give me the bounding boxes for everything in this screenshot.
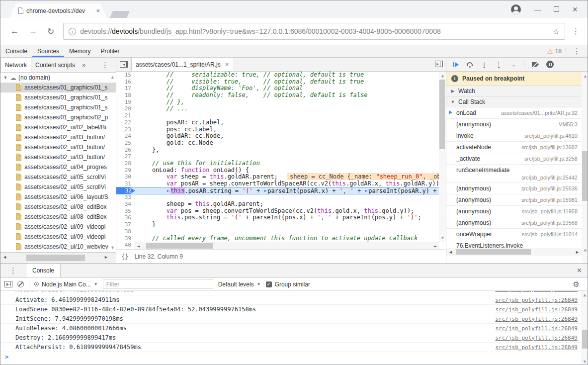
call-stack-frame[interactable]: activateNodesrc/jsb_polyfill.js:13682	[446, 142, 588, 153]
line-number[interactable]: 18	[116, 92, 135, 99]
frame-source-location[interactable]: src/jsb_polyfill.js:4610	[524, 133, 578, 139]
tree-expander-icon[interactable]: ▼	[3, 75, 8, 80]
line-number[interactable]: 31	[116, 181, 135, 187]
scroll-up-icon[interactable]: ▲	[440, 73, 445, 78]
tree-item-file[interactable]: assets/cases/02_ui/03_button/	[0, 152, 116, 162]
reload-icon[interactable]: ↻	[47, 26, 54, 37]
tab-content-scripts[interactable]: Content scripts	[31, 58, 79, 72]
call-stack-frame[interactable]: (anonymous)src/jsb_polyfill.js:11958	[446, 206, 588, 217]
line-number[interactable]: 23	[116, 126, 135, 133]
debugger-vertical-scrollbar[interactable]: ▲ ▼	[582, 72, 588, 263]
resume-button[interactable]	[453, 62, 459, 67]
browser-menu-icon[interactable]: ⋮	[572, 27, 580, 36]
console-source-link[interactable]: src/jsb_polyfill.js:26849	[495, 316, 578, 322]
console-source-link[interactable]: src/jsb_polyfill.js:26849	[495, 344, 578, 351]
tree-item-file[interactable]: assets/cases/01_graphics/01_s	[0, 92, 116, 102]
scroll-up-icon[interactable]: ▲	[583, 74, 588, 79]
console-source-link[interactable]: src/jsb_polyfill.js:26849	[495, 297, 578, 303]
scrollbar-thumb[interactable]	[26, 255, 85, 261]
editor-horizontal-scrollbar[interactable]: ◄ ►	[135, 242, 439, 249]
filter-input[interactable]	[103, 279, 213, 289]
line-number[interactable]: 21	[116, 112, 135, 119]
bookmark-star-icon[interactable]: ☆	[553, 27, 560, 36]
back-icon[interactable]: ←	[10, 26, 19, 36]
console-source-link[interactable]: src/jsb_polyfill.js:26849	[495, 291, 578, 292]
tree-vertical-scrollbar[interactable]: ▲ ▼	[109, 73, 116, 252]
line-number[interactable]: 27	[116, 153, 135, 160]
tab-memory[interactable]: Memory	[64, 45, 95, 57]
editor-tab-close-icon[interactable]: ×	[224, 60, 230, 69]
console-source-link[interactable]: src/jsb_polyfill.js:26849	[495, 335, 578, 341]
line-number[interactable]: 15	[116, 72, 135, 79]
call-stack-frame[interactable]: runSceneImmediatesrc/jsb_polyfill.js:254…	[446, 165, 588, 183]
line-number[interactable]: 28	[116, 160, 135, 167]
tree-item-file[interactable]: assets/cases/02_ui/04_progres	[0, 162, 116, 172]
call-stack-frame[interactable]: (anonymous)src/jsb_polyfill.js:19568	[446, 217, 588, 229]
group-similar-toggle[interactable]: ✓ Group similar	[266, 281, 310, 288]
tree-item-file[interactable]: assets/cases/02_ui/06_layout/S	[0, 192, 116, 202]
tree-item-file[interactable]: assets/cases/02_ui/08_editBox	[0, 212, 116, 222]
scrollbar-thumb[interactable]	[456, 249, 531, 255]
line-number[interactable]: 40	[116, 242, 135, 249]
frame-source-location[interactable]: src/jsb_polyfill.js:19568	[521, 220, 578, 226]
devtools-menu-icon[interactable]: ⋮	[573, 47, 581, 56]
frame-source-location[interactable]: src/jsb_polyfill.js:13682	[521, 144, 578, 150]
console-settings-gear-icon[interactable]: ⚙	[573, 280, 585, 289]
line-number[interactable]: 29	[116, 167, 135, 174]
checkbox-checked-icon[interactable]: ✓	[266, 281, 272, 287]
call-stack-frame[interactable]: (anonymous)src/jsb_polyfill.js:25536	[446, 183, 588, 194]
pretty-print-icon[interactable]: {}	[121, 253, 128, 260]
scrollbar-thumb[interactable]	[146, 243, 213, 249]
line-number[interactable]: 39	[116, 235, 135, 242]
call-stack-frame[interactable]: (anonymous)src/jsb_polyfill.js:15981	[446, 194, 588, 206]
scroll-up-icon[interactable]: ▲	[110, 75, 115, 80]
tab-console[interactable]: Console	[0, 45, 32, 57]
scroll-right-icon[interactable]: ►	[104, 255, 108, 260]
watch-section-header[interactable]: ▶ Watch	[446, 86, 588, 96]
console-source-link[interactable]: src/jsb_polyfill.js:26849	[495, 306, 578, 313]
tab-profiler[interactable]: Profiler	[95, 45, 124, 57]
scroll-down-icon[interactable]: ▼	[440, 235, 445, 240]
line-number[interactable]: 34	[116, 201, 135, 208]
line-number[interactable]: 16	[116, 79, 135, 86]
step-into-button[interactable]: ↓	[481, 61, 488, 68]
line-number[interactable]: 20	[116, 105, 135, 112]
line-number[interactable]: 32	[116, 187, 135, 194]
debugger-toggle-button[interactable]: ►	[435, 61, 443, 67]
editor-file-tab[interactable]: assets/cases/01...1_sprite/AR.js ×	[131, 58, 234, 71]
call-stack-frame[interactable]: invokesrc/jsb_polyfill.js:4610	[446, 130, 588, 142]
scroll-right-icon[interactable]: ►	[575, 250, 580, 255]
tree-horizontal-scrollbar[interactable]: ◄ ►	[0, 252, 116, 263]
deactivate-breakpoints-button[interactable]	[532, 62, 539, 67]
site-info-icon[interactable]: i	[69, 28, 76, 35]
tree-item-file[interactable]: assets/cases/02_ui/02_label/Bi	[0, 122, 116, 132]
scrollbar-thumb[interactable]	[582, 330, 588, 349]
scroll-down-icon[interactable]: ▼	[583, 248, 588, 253]
new-tab-button[interactable]	[110, 11, 130, 18]
warning-badge[interactable]: ⚠ 18	[547, 47, 566, 55]
call-stack-frame[interactable]: _activatesrc/jsb_polyfill.js:3258	[446, 153, 588, 165]
tree-item-file[interactable]: assets/cases/01_graphics/01_s	[0, 102, 116, 112]
scroll-left-icon[interactable]: ◄	[448, 250, 453, 255]
console-source-link[interactable]: src/jsb_polyfill.js:26849	[495, 325, 578, 332]
tree-item-file[interactable]: assets/cases/01_graphics/01_s	[0, 83, 116, 92]
line-number[interactable]: 35	[116, 208, 135, 215]
drawer-close-icon[interactable]: ×	[570, 264, 588, 277]
editor-vertical-scrollbar[interactable]: ▲ ▼	[439, 72, 446, 242]
step-over-button[interactable]	[466, 61, 473, 68]
console-vertical-scrollbar[interactable]: ▲ ▼	[581, 291, 588, 365]
navigator-menu-icon[interactable]: ⋮	[94, 58, 116, 72]
line-number[interactable]: 36	[116, 214, 135, 221]
tree-item-file[interactable]: assets/cases/02_ui/03_button/	[0, 132, 116, 142]
tree-item-file[interactable]: assets/cases/01_graphics/02_p	[0, 112, 116, 122]
profile-avatar-icon[interactable]	[511, 4, 521, 14]
tree-item-file[interactable]: assets/cases/02_ui/05_scrollVi	[0, 172, 116, 182]
line-number[interactable]: 19	[116, 99, 135, 106]
call-stack-section-header[interactable]: ▼ Call Stack	[446, 96, 588, 107]
frame-source-location[interactable]: assets/cases/01...prite/AR.js:32	[501, 110, 578, 116]
drawer-menu-icon[interactable]: ⋮	[0, 264, 26, 277]
call-stack-frame[interactable]: onceWrappersrc/jsb_polyfill.js:11014	[446, 229, 588, 240]
frame-source-location[interactable]: VM55:3	[559, 121, 578, 127]
frame-source-location[interactable]: src/jsb_polyfill.js:11958	[522, 208, 578, 214]
line-number[interactable]: 25	[116, 140, 135, 147]
